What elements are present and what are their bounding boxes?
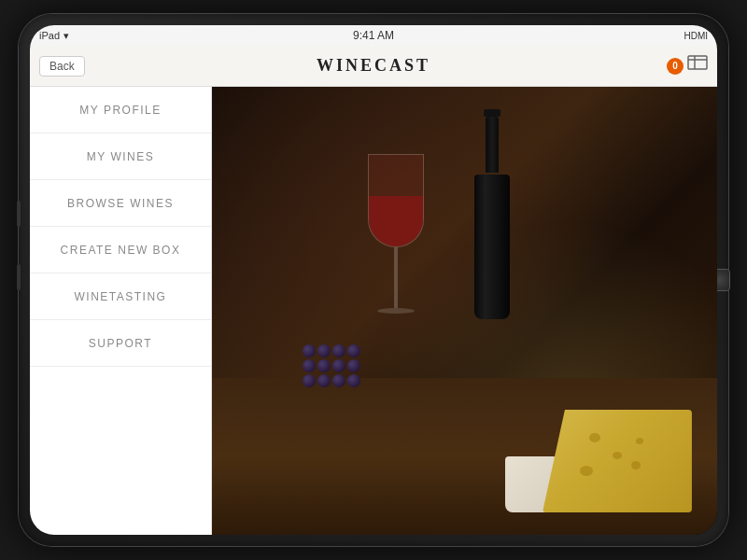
sidebar-nav: MY PROFILE MY WINES BROWSE WINES CREATE …: [30, 87, 212, 535]
bottle-body: [474, 175, 510, 319]
wine-bottle: [474, 109, 510, 315]
volume-up-button[interactable]: [17, 201, 21, 227]
hero-image: [212, 87, 717, 535]
glass-base: [377, 308, 415, 314]
volume-down-button[interactable]: [17, 264, 21, 290]
status-right: HDMI: [684, 31, 708, 41]
bottle-neck: [486, 117, 499, 173]
sidebar-item-support[interactable]: SUPPORT: [30, 320, 211, 367]
glass-stem: [394, 247, 398, 308]
sidebar-item-my-profile[interactable]: MY PROFILE: [30, 87, 211, 133]
tablet-screen: iPad ▾ 9:41 AM HDMI Back WINECAST 0: [30, 25, 717, 535]
grapes: [303, 344, 377, 400]
sidebar-item-winetasting[interactable]: WINETASTING: [30, 273, 211, 320]
cheese-area: [505, 391, 692, 512]
hdmi-label: HDMI: [684, 31, 708, 41]
sidebar-item-create-new-box[interactable]: CREATE NEW BOX: [30, 227, 211, 273]
svg-rect-0: [688, 56, 707, 69]
back-button[interactable]: Back: [39, 56, 85, 77]
bottle-lip: [484, 109, 500, 117]
glass-bowl: [368, 154, 424, 247]
cart-icon[interactable]: [687, 55, 708, 77]
app-title: WINECAST: [317, 56, 430, 76]
status-left: iPad ▾: [39, 30, 69, 42]
sidebar-item-my-wines[interactable]: MY WINES: [30, 133, 211, 180]
wifi-icon: ▾: [63, 30, 69, 42]
tablet-frame: iPad ▾ 9:41 AM HDMI Back WINECAST 0: [19, 14, 728, 546]
ipad-label: iPad: [39, 30, 60, 41]
main-content: MY PROFILE MY WINES BROWSE WINES CREATE …: [30, 87, 717, 535]
cart-area[interactable]: 0: [667, 55, 708, 77]
cheese-wedge: [543, 410, 692, 512]
cheese-holes: [561, 419, 673, 494]
status-time: 9:41 AM: [353, 29, 394, 42]
wine-glass: [363, 154, 429, 341]
content-panel: [212, 87, 717, 535]
sidebar-item-browse-wines[interactable]: BROWSE WINES: [30, 180, 211, 227]
cart-count-badge: 0: [667, 58, 684, 75]
grape-cluster: [303, 344, 373, 387]
status-bar: iPad ▾ 9:41 AM HDMI: [30, 25, 717, 46]
top-nav-bar: Back WINECAST 0: [30, 46, 717, 87]
